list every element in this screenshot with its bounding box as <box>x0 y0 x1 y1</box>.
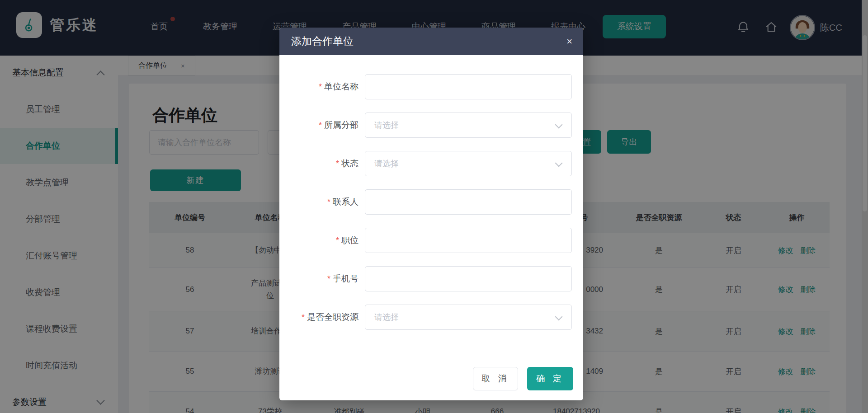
status-select[interactable]: 请选择 <box>365 151 572 176</box>
branch-select[interactable]: 请选择 <box>365 113 572 138</box>
field-label: 是否全职资源 <box>307 312 359 322</box>
select-placeholder: 请选择 <box>374 151 399 176</box>
select-placeholder: 请选择 <box>374 305 399 329</box>
required-asterisk <box>302 312 307 322</box>
required-asterisk <box>336 235 341 245</box>
chevron-down-icon <box>555 121 563 129</box>
field-status: 状态 请选择 <box>279 151 583 176</box>
field-unit-name: 单位名称 <box>279 74 583 99</box>
chevron-down-icon <box>555 160 563 167</box>
contact-input[interactable] <box>365 189 572 215</box>
field-phone: 手机号 <box>279 266 583 291</box>
confirm-button[interactable]: 确 定 <box>527 367 573 390</box>
modal-header: 添加合作单位 × <box>279 28 583 55</box>
field-contact: 联系人 <box>279 189 583 215</box>
phone-input[interactable] <box>365 266 572 291</box>
screen: 管乐迷 首页 教务管理 运营管理 产品管理 中心管理 商品管理 报表中心 系统设… <box>0 0 868 413</box>
field-label: 联系人 <box>333 197 359 206</box>
required-asterisk <box>319 82 324 91</box>
field-label: 职位 <box>341 235 359 245</box>
field-branch: 所属分部 请选择 <box>279 113 583 138</box>
cancel-button[interactable]: 取 消 <box>473 367 518 390</box>
field-position: 职位 <box>279 228 583 253</box>
field-label: 单位名称 <box>324 82 359 91</box>
required-asterisk <box>319 120 324 130</box>
chevron-down-icon <box>555 313 563 321</box>
select-placeholder: 请选择 <box>374 113 399 137</box>
add-partner-unit-modal: 添加合作单位 × 单位名称 所属分部 请选择 状态 请选择 联系人 <box>279 28 583 400</box>
close-icon[interactable]: × <box>566 28 572 55</box>
field-label: 状态 <box>341 159 359 168</box>
required-asterisk <box>327 197 333 206</box>
position-input[interactable] <box>365 228 572 253</box>
field-label: 所属分部 <box>324 120 359 130</box>
unit-name-input[interactable] <box>365 74 572 99</box>
field-fulltime: 是否全职资源 请选择 <box>279 305 583 330</box>
field-label: 手机号 <box>333 274 359 283</box>
required-asterisk <box>336 159 341 168</box>
required-asterisk <box>327 274 333 283</box>
fulltime-select[interactable]: 请选择 <box>365 305 572 330</box>
modal-title: 添加合作单位 <box>291 28 354 55</box>
